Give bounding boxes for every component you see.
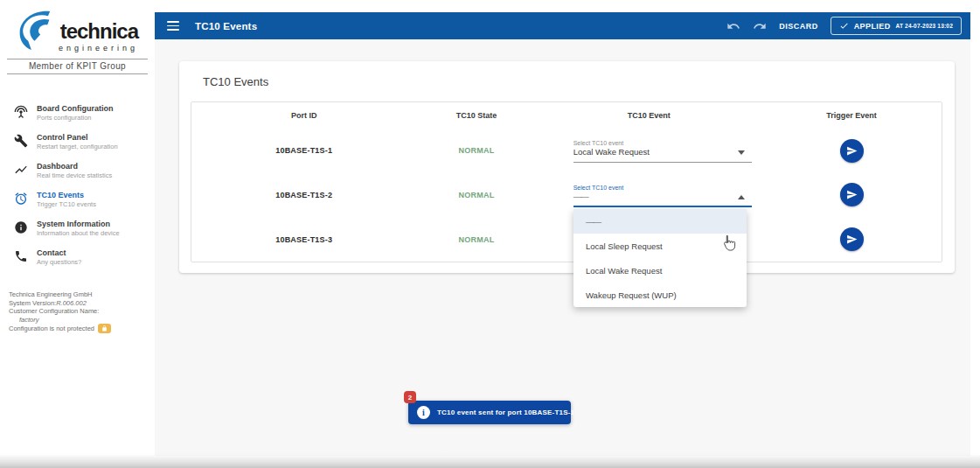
trigger-event-button[interactable] [840,139,864,163]
toast-notification[interactable]: i TC10 event sent for port 10BASE-T1S-1 [408,401,571,424]
option-label: Wakeup Request (WUP) [586,290,677,300]
sidebar-item-sublabel: Trigger TC10 events [37,200,96,209]
table-row: 10BASE-T1S-1 NORMAL Select TC10 event Lo… [191,129,942,173]
sidebar-item-contact[interactable]: Contact Any questions? [0,243,155,272]
trigger-event-button[interactable] [840,227,864,251]
antenna-icon [14,105,28,119]
card-title: TC10 Events [203,75,268,88]
send-icon [846,234,858,245]
config-name-value: factory [19,316,149,325]
company-name: Technica Engineering GmbH [9,290,149,299]
main-content: TC10 Events Port ID TC10 State TC10 Even… [155,39,970,456]
bottom-fade-edge [0,454,980,468]
tc10-state-value: NORMAL [416,235,536,244]
sidebar-item-dashboard[interactable]: Dashboard Real time device statistics [0,157,155,185]
brand-subtitle: engineering [59,44,138,52]
page-title: TC10 Events [195,21,257,31]
check-icon [839,21,849,31]
hamburger-icon[interactable] [167,21,179,31]
dropdown-option-wakeup-request-wup[interactable]: Wakeup Request (WUP) [573,283,747,307]
port-id-value: 10BASE-T1S-3 [191,235,416,244]
send-icon [846,189,858,200]
port-id-value: 10BASE-T1S-1 [191,146,416,155]
info-icon: i [417,406,430,419]
toast-count-badge: 2 [404,391,416,403]
applied-label: APPLIED [854,22,891,31]
sidebar-item-system-information[interactable]: System Information Information about the… [0,214,155,243]
dropdown-option-none[interactable]: —— [573,209,747,234]
alarm-clock-icon [14,192,28,206]
select-value: Local Wake Request [573,147,752,157]
column-header-tc10-state: TC10 State [416,111,536,120]
sidebar-item-sublabel: Information about the device [37,229,120,238]
sidebar-item-tc10-events[interactable]: TC10 Events Trigger TC10 events [0,185,155,214]
sidebar-item-label: Board Configuration [37,104,114,114]
table-row: 10BASE-T1S-2 NORMAL Select TC10 event —— [191,173,942,218]
brand-name: technica [60,20,138,43]
app-window: technica engineering Member of KPIT Grou… [0,0,980,468]
unlock-icon [98,324,111,333]
sidebar-item-sublabel: Real time device statistics [37,171,112,180]
tc10-state-value: NORMAL [416,146,536,155]
chevron-up-icon [738,195,745,199]
tc10-event-select[interactable]: Select TC10 event Local Wake Request [573,138,752,163]
member-of-kpit-text: Member of KPIT Group [7,59,148,74]
column-header-tc10-event: TC10 Event [537,111,761,120]
sidebar-item-label: System Information [37,220,120,229]
protection-status-text: Configuration is not protected [9,325,94,333]
table-header-row: Port ID TC10 State TC10 Event Trigger Ev… [191,102,942,129]
technica-swirl-logo-icon [17,9,55,52]
sidebar-footer: Technica Engineering GmbH System Version… [9,290,149,333]
column-header-trigger-event: Trigger Event [761,111,942,120]
toast-message: TC10 event sent for port 10BASE-T1S-1 [437,409,574,416]
config-name-label: Customer Configuration Name: [9,307,149,316]
system-version-label: System Version: [9,299,56,307]
phone-icon [14,249,28,263]
option-label: —— [586,217,601,227]
redo-icon[interactable] [753,19,767,33]
sidebar-item-sublabel: Any questions? [37,258,81,267]
sidebar-item-label: Control Panel [37,133,118,143]
sidebar-item-label: TC10 Events [37,191,96,200]
sidebar-item-control-panel[interactable]: Control Panel Restart target, configurat… [0,128,155,157]
trigger-event-button[interactable] [840,183,864,206]
sidebar-item-sublabel: Ports configuration [37,114,114,122]
select-floating-label: Select TC10 event [573,184,752,192]
tc10-event-select-open[interactable]: Select TC10 event —— [573,183,752,207]
option-label: Local Sleep Request [586,241,663,251]
select-floating-label: Select TC10 event [573,139,752,147]
logo-block: technica engineering Member of KPIT Grou… [0,0,155,74]
select-value: —— [573,192,752,202]
system-version-value: R.006.002 [56,299,87,307]
tc10-events-card: TC10 Events Port ID TC10 State TC10 Even… [179,61,955,273]
app-bar: TC10 Events DISCARD APPLIED AT 24-07-202… [155,12,970,39]
option-label: Local Wake Request [586,266,662,276]
sidebar-item-board-configuration[interactable]: Board Configuration Ports configuration [0,99,155,128]
discard-button[interactable]: DISCARD [779,22,818,31]
chevron-down-icon [738,150,745,155]
sidebar-item-label: Contact [37,248,81,258]
undo-icon[interactable] [726,19,740,33]
line-chart-icon [14,163,28,177]
column-header-port-id: Port ID [191,111,416,120]
sidebar: technica engineering Member of KPIT Grou… [0,0,155,456]
applied-timestamp: AT 24-07-2023 13:02 [896,23,953,29]
sidebar-item-sublabel: Restart target, configuration [37,143,118,151]
tc10-events-table: Port ID TC10 State TC10 Event Trigger Ev… [191,101,942,262]
dropdown-option-local-wake-request[interactable]: Local Wake Request [573,258,747,283]
table-row: 10BASE-T1S-3 NORMAL [191,217,942,262]
tc10-state-value: NORMAL [416,191,536,199]
applied-button[interactable]: APPLIED AT 24-07-2023 13:02 [831,17,962,35]
sidebar-item-label: Dashboard [37,162,112,171]
send-icon [846,145,858,157]
sidebar-nav: Board Configuration Ports configuration … [0,99,155,272]
dropdown-option-local-sleep-request[interactable]: Local Sleep Request [573,234,747,258]
info-icon [14,220,28,234]
wrench-icon [14,134,28,148]
tc10-event-dropdown-menu: —— Local Sleep Request Local Wake Reques… [573,209,747,307]
port-id-value: 10BASE-T1S-2 [191,191,416,199]
